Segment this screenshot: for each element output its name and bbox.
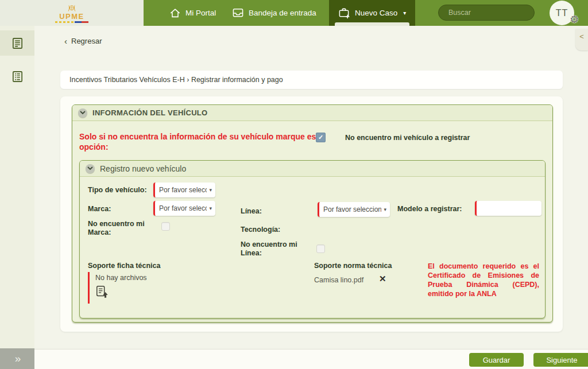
- panel-header[interactable]: INFORMACIÓN DEL VEHÍCULO: [72, 105, 552, 121]
- check-icon: ✓: [318, 134, 323, 141]
- ficha-upload-zone: No hay archivos: [88, 272, 147, 304]
- checkbox-label: No encuentro mi vehículo a registrar: [345, 134, 470, 142]
- subpanel-header[interactable]: Registro nuevo vehículo: [80, 161, 545, 177]
- panel-title: INFORMACIÓN DEL VEHÍCULO: [92, 108, 208, 117]
- linea-select[interactable]: Por favor seleccionar ▾: [318, 202, 390, 217]
- chevron-down-icon: ▾: [384, 207, 386, 212]
- soporte-norma-label: Soporte norma técnica: [314, 262, 392, 270]
- flag-stripes: [55, 21, 88, 23]
- gear-icon[interactable]: ⚙: [570, 14, 579, 25]
- left-sidebar: [0, 26, 34, 348]
- double-chevron-right-icon: »: [15, 352, 20, 365]
- subpanel-title: Registro nuevo vehículo: [100, 164, 186, 173]
- chevron-left-icon: ‹: [64, 37, 67, 45]
- select-value: Por favor seleccionar: [323, 205, 381, 213]
- nav-bandeja-entrada[interactable]: Bandeja de entrada: [232, 0, 316, 26]
- tecnologia-label: Tecnología:: [241, 226, 280, 234]
- accordion-chevron-icon[interactable]: [86, 164, 95, 173]
- ficha-empty-text: No hay archivos: [95, 274, 147, 282]
- topbar: UPME Mi Portal Bandeja de entrada: [0, 0, 588, 26]
- checkbox-no-encuentro-vehiculo[interactable]: ✓: [316, 133, 326, 142]
- sidebar-item-form-list[interactable]: [0, 64, 34, 89]
- avatar-initials: TT: [556, 8, 568, 18]
- home-icon: [169, 7, 181, 19]
- upme-crest-icon: [65, 4, 78, 13]
- chevron-down-icon: ▾: [209, 205, 212, 211]
- nav-nuevo-caso[interactable]: Nuevo Caso ▾: [329, 0, 415, 26]
- breadcrumb-text: Incentivos Tributarios Vehículos E-H › R…: [69, 76, 283, 84]
- accordion-chevron-icon[interactable]: [78, 108, 87, 118]
- app-window: UPME Mi Portal Bandeja de entrada: [0, 0, 588, 369]
- document-lines-icon: [11, 37, 24, 50]
- inbox-icon: [232, 7, 244, 18]
- no-linea-label: No encuentro mi Línea:: [241, 240, 306, 258]
- nav-label: Mi Portal: [185, 9, 216, 17]
- upme-logo-stack: UPME: [55, 4, 88, 23]
- save-button[interactable]: Guardar: [469, 353, 524, 367]
- close-icon[interactable]: ✕: [379, 274, 386, 284]
- linea-label: Línea:: [241, 207, 262, 216]
- right-panel-collapse-tab[interactable]: <: [575, 29, 588, 51]
- checkbox-no-linea[interactable]: [316, 244, 325, 253]
- select-value: Por favor seleccionar: [159, 186, 207, 194]
- search-input[interactable]: [448, 9, 541, 17]
- select-value: Por favor seleccionar: [159, 204, 207, 212]
- no-marca-label: No encuentro mi Marca:: [88, 220, 153, 237]
- next-button[interactable]: Siguiente: [533, 353, 588, 367]
- upme-logo[interactable]: UPME: [0, 0, 144, 26]
- nav-label: Bandeja de entrada: [249, 9, 316, 17]
- chevron-left-icon: <: [579, 32, 584, 41]
- file-upload-icon[interactable]: [95, 285, 109, 299]
- document-list-icon: [11, 70, 24, 83]
- briefcase-plus-icon: [338, 7, 350, 19]
- tipo-vehiculo-select[interactable]: Por favor seleccionar ▾: [153, 182, 215, 197]
- breadcrumb: Incentivos Tributarios Vehículos E-H › R…: [60, 71, 563, 89]
- back-label: Regresar: [71, 37, 102, 45]
- panel-informacion-vehiculo: INFORMACIÓN DEL VEHÍCULO Solo si no encu…: [72, 104, 553, 323]
- nav-label: Nuevo Caso: [355, 9, 397, 17]
- chevron-down-icon: ▾: [209, 187, 212, 193]
- modelo-label: Modelo a registrar:: [397, 205, 462, 213]
- marca-label: Marca:: [88, 205, 111, 213]
- back-link[interactable]: ‹ Regresar: [64, 37, 102, 45]
- checkbox-no-marca[interactable]: [161, 222, 170, 231]
- tipo-vehiculo-label: Tipo de vehículo:: [88, 186, 147, 195]
- modelo-input[interactable]: [475, 201, 541, 216]
- norma-file-name: Camisa lino.pdf: [314, 276, 363, 284]
- sidebar-expand-button[interactable]: »: [0, 348, 34, 369]
- marca-select[interactable]: Por favor seleccionar ▾: [153, 201, 215, 216]
- active-tab-indicator: [335, 22, 409, 26]
- cepd-note: El documento requerido es el Certificado…: [428, 262, 539, 298]
- nav-mi-portal[interactable]: Mi Portal: [169, 0, 216, 26]
- subpanel-registro-nuevo-vehiculo: Registro nuevo vehículo Tipo de vehículo…: [79, 160, 546, 318]
- logo-text: UPME: [59, 13, 84, 20]
- sidebar-item-form-current[interactable]: [0, 30, 34, 56]
- chevron-down-icon: ▾: [403, 10, 406, 16]
- warning-text: Solo si no encuentra la información de s…: [79, 131, 335, 152]
- soporte-ficha-label: Soporte ficha técnica: [88, 262, 160, 270]
- search-box[interactable]: [438, 5, 535, 21]
